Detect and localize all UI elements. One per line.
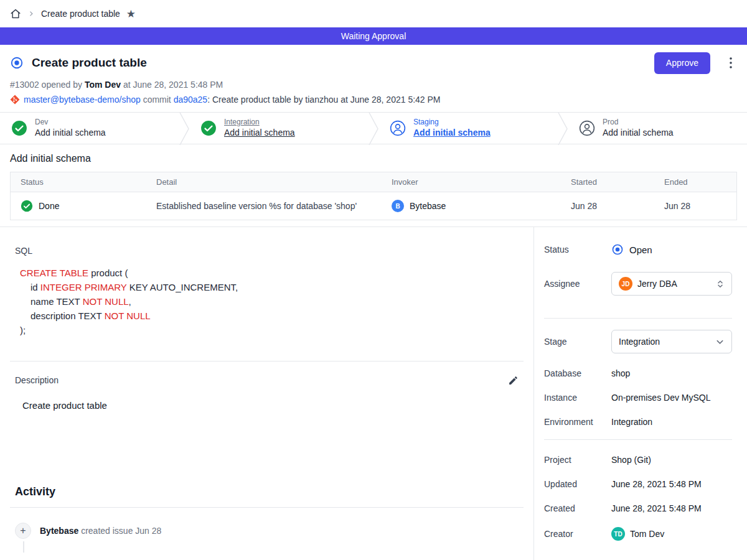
- commit-hash-link[interactable]: da90a25: [174, 95, 208, 105]
- table-row: Done Established baseline version %s for…: [11, 192, 736, 220]
- stage-env-label: Dev: [35, 118, 106, 126]
- stage-separator: [558, 113, 568, 145]
- more-actions-icon[interactable]: [730, 57, 732, 68]
- task-status-cell: Done: [21, 200, 136, 212]
- created-row: Created June 28, 2021 5:48 PM: [544, 503, 732, 513]
- chevron-right-icon: [27, 10, 35, 17]
- stage-env-label: Staging: [413, 118, 491, 126]
- check-circle-icon: [200, 120, 217, 136]
- issue-author: Tom Dev: [85, 80, 121, 90]
- stage-env-label: Integration: [224, 118, 295, 126]
- breadcrumb-current[interactable]: Create product table: [41, 9, 120, 19]
- database-label: Database: [544, 368, 611, 378]
- favorite-star-icon[interactable]: ★: [126, 9, 136, 19]
- bytebase-avatar: B: [392, 200, 404, 212]
- task-section: Add initial schema Status Detail Invoker…: [0, 144, 747, 226]
- plus-icon[interactable]: +: [15, 523, 31, 539]
- issue-opened-at: June 28, 2021 5:48 PM: [133, 80, 223, 90]
- sql-label: SQL: [15, 246, 524, 256]
- assignee-avatar: JD: [619, 277, 632, 291]
- status-label: Status: [544, 245, 611, 254]
- description-label: Description: [15, 375, 59, 385]
- environment-label: Environment: [544, 417, 611, 427]
- activity-action: created issue: [81, 526, 133, 536]
- stage-task-label: Add initial schema: [413, 128, 491, 138]
- sql-line: );: [20, 323, 524, 337]
- task-invoker-cell: B Bytebase: [392, 200, 551, 212]
- stage-integration[interactable]: IntegrationAdd initial schema: [189, 113, 369, 144]
- task-ended-cell: Jun 28: [654, 192, 736, 220]
- sql-line: name TEXT NOT NULL,: [20, 294, 524, 309]
- database-value: shop: [611, 368, 630, 378]
- stage-prod[interactable]: ProdAdd initial schema: [568, 113, 747, 144]
- stage-row: Stage Integration: [544, 330, 732, 353]
- activity-item: + Bytebase created issue Jun 28: [15, 523, 524, 539]
- table-header-row: Status Detail Invoker Started Ended: [11, 172, 736, 192]
- content-split: SQL CREATE TABLE product ( id INTEGER PR…: [0, 226, 747, 560]
- stage-separator: [179, 113, 189, 145]
- assignee-label: Assignee: [544, 279, 611, 289]
- git-icon: [10, 95, 20, 105]
- activity-title: Activity: [15, 485, 524, 498]
- updated-row: Updated June 28, 2021 5:48 PM: [544, 479, 732, 489]
- environment-row: Environment Integration: [544, 417, 732, 427]
- commit-repo-link[interactable]: master@bytebase-demo/shop: [24, 95, 141, 105]
- activity-actor: Bytebase: [40, 526, 78, 536]
- task-started-cell: Jun 28: [561, 192, 654, 220]
- column-header-invoker: Invoker: [382, 172, 561, 192]
- updated-label: Updated: [544, 479, 611, 489]
- description-header: Description: [10, 374, 524, 386]
- stage-separator: [369, 113, 378, 145]
- updated-value: June 28, 2021 5:48 PM: [611, 479, 702, 489]
- created-label: Created: [544, 503, 611, 513]
- project-row: Project Shop (Git): [544, 455, 732, 465]
- approval-banner: Waiting Approval: [0, 27, 747, 45]
- sql-line: id INTEGER PRIMARY KEY AUTO_INCREMENT,: [20, 280, 524, 294]
- environment-value: Integration: [611, 417, 652, 427]
- creator-row: Creator TD Tom Dev: [544, 527, 732, 541]
- stage-task-label: Add initial schema: [603, 128, 674, 138]
- user-circle-icon: [579, 120, 595, 136]
- edit-pencil-icon[interactable]: [508, 375, 519, 386]
- breadcrumb: Create product table ★: [0, 0, 747, 27]
- sql-code-block: CREATE TABLE product ( id INTEGER PRIMAR…: [20, 266, 524, 337]
- column-header-status: Status: [11, 172, 146, 192]
- stage-select-value: Integration: [619, 337, 660, 347]
- issue-id: #13002: [10, 80, 39, 90]
- approval-banner-text: Waiting Approval: [341, 31, 406, 41]
- project-value: Shop (Git): [611, 455, 651, 465]
- issue-sidebar: Status Open Assignee JD Jerry DBA: [533, 227, 747, 560]
- commit-line: master@bytebase-demo/shop commit da90a25…: [10, 95, 732, 105]
- approve-button[interactable]: Approve: [654, 52, 710, 74]
- chevron-down-icon: [715, 337, 725, 347]
- column-header-detail: Detail: [146, 172, 382, 192]
- stage-label: Stage: [544, 337, 611, 347]
- check-circle-icon: [11, 120, 27, 136]
- sql-line: description TEXT NOT NULL: [20, 309, 524, 323]
- home-icon[interactable]: [10, 8, 21, 19]
- open-radio-icon: [611, 243, 624, 256]
- stage-dev[interactable]: DevAdd initial schema: [0, 113, 179, 144]
- issue-title: Create product table: [32, 56, 147, 70]
- status-row: Status Open: [544, 243, 732, 256]
- issue-status-open-icon: [10, 56, 24, 70]
- column-header-ended: Ended: [654, 172, 736, 192]
- divider: [544, 318, 732, 319]
- stage-env-label: Prod: [603, 118, 674, 126]
- up-down-chevron-icon: [716, 279, 725, 289]
- instance-label: Instance: [544, 393, 611, 403]
- stage-staging[interactable]: StagingAdd initial schema: [378, 113, 558, 144]
- created-value: June 28, 2021 5:48 PM: [611, 503, 702, 513]
- bytebase-issue-page: Create product table ★ Waiting Approval …: [0, 0, 747, 560]
- task-title: Add initial schema: [10, 153, 737, 164]
- divider: [10, 361, 524, 362]
- database-row: Database shop: [544, 368, 732, 378]
- activity-date: Jun 28: [135, 526, 161, 536]
- stage-select[interactable]: Integration: [611, 330, 732, 353]
- creator-value: TD Tom Dev: [611, 527, 664, 541]
- issue-meta: #13002 opened by Tom Dev at June 28, 202…: [10, 80, 732, 90]
- stage-task-label: Add initial schema: [224, 128, 295, 138]
- instance-value: On-premises Dev MySQL: [611, 393, 710, 403]
- sql-line: CREATE TABLE product (: [20, 266, 524, 280]
- assignee-select[interactable]: JD Jerry DBA: [611, 272, 732, 296]
